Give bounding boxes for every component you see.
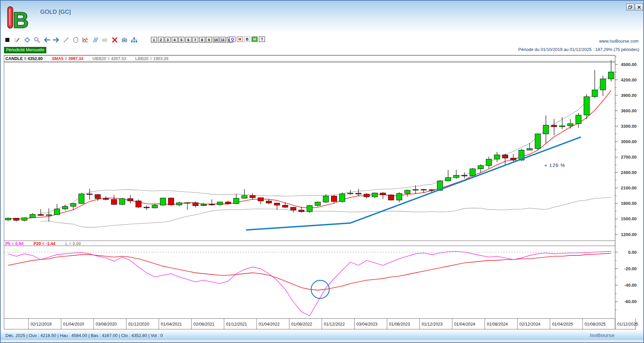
svg-text:-20.00: -20.00 (624, 266, 637, 271)
svg-text:01/12/2020: 01/12/2020 (128, 322, 149, 327)
svg-text:0.00: 0.00 (628, 250, 637, 255)
svg-text:3600.00: 3600.00 (621, 108, 637, 113)
svg-text:01/08/2022: 01/08/2022 (291, 322, 312, 327)
legend-candle-value: CANDLE = 4352.80 (5, 56, 43, 61)
ohlc-status-text: Déc. 2025 | Ouv : 4218.50 | Hau : 4584.0… (5, 333, 163, 338)
bottom-strip (1, 340, 643, 343)
legend-sma5-value: SMA5 = 3997.34 (52, 56, 84, 61)
legend-p20-value: P20 = -1.44 (34, 241, 55, 246)
svg-text:2700.00: 2700.00 (621, 155, 637, 160)
svg-text:02/08/2021: 02/08/2021 (194, 322, 215, 327)
legend-l-value: L = 0.00 (65, 241, 81, 246)
candles (5, 60, 614, 222)
svg-text:01/12/2023: 01/12/2023 (422, 322, 443, 327)
svg-text:01/04/2024: 01/04/2024 (454, 322, 475, 327)
svg-text:03/08/2020: 03/08/2020 (96, 322, 117, 327)
svg-text:2400.00: 2400.00 (621, 170, 637, 175)
svg-text:01/12/2021: 01/12/2021 (226, 322, 247, 327)
legend-p5-value: P5 = 0.94 (5, 241, 23, 246)
annotations: + 126 % (246, 137, 581, 230)
status-bar: Déc. 2025 | Ouv : 4218.50 | Hau : 4584.0… (1, 331, 643, 340)
svg-text:2100.00: 2100.00 (621, 185, 637, 190)
svg-text:3000.00: 3000.00 (621, 139, 637, 144)
svg-text:01/04/2021: 01/04/2021 (161, 322, 182, 327)
svg-text:1200.00: 1200.00 (621, 232, 637, 237)
svg-text:4500.00: 4500.00 (621, 62, 637, 67)
oscillator-legend: P5 = 0.94P20 = -1.44L = 0.00 (5, 241, 91, 246)
svg-text:4200.00: 4200.00 (621, 77, 637, 82)
p20-line (8, 253, 611, 290)
svg-text:01/12/2022: 01/12/2022 (324, 322, 345, 327)
legend-ubb20-value: UBB20 = 4307.53 (93, 56, 126, 61)
svg-text:-40.00: -40.00 (624, 283, 637, 288)
svg-text:01/08/2023: 01/08/2023 (389, 322, 410, 327)
svg-text:03/04/2023: 03/04/2023 (357, 322, 378, 327)
bollinger-bands (41, 73, 611, 228)
oscillator-panel (4, 251, 615, 316)
p5-line (8, 251, 611, 316)
svg-text:01/04/2020: 01/04/2020 (63, 322, 84, 327)
svg-text:1500.00: 1500.00 (621, 216, 637, 221)
price-legend: CANDLE = 4352.80SMA5 = 3997.34UBB20 = 43… (5, 56, 177, 61)
svg-text:01/04/2025: 01/04/2025 (552, 322, 573, 327)
svg-text:01/04/2022: 01/04/2022 (259, 322, 280, 327)
svg-text:01/12/2025: 01/12/2025 (617, 322, 638, 327)
svg-text:02/12/2019: 02/12/2019 (31, 322, 52, 327)
gain-annotation-label: + 126 % (544, 162, 565, 168)
svg-text:-60.00: -60.00 (624, 299, 637, 304)
svg-text:3300.00: 3300.00 (621, 124, 637, 129)
svg-text:02/12/2024: 02/12/2024 (519, 322, 540, 327)
trend-annotation-line (246, 137, 581, 230)
svg-text:01/08/2024: 01/08/2024 (487, 322, 508, 327)
svg-text:3900.00: 3900.00 (621, 93, 637, 98)
svg-text:1800.00: 1800.00 (621, 201, 637, 206)
chart-canvas[interactable]: + 126 %4500.004200.003900.003600.003300.… (1, 1, 644, 343)
axes: 4500.004200.003900.003600.003300.003000.… (4, 55, 638, 329)
svg-text:01/08/2025: 01/08/2025 (585, 322, 606, 327)
legend-lbb20-value: LBB20 = 1903.28 (135, 56, 168, 61)
brand-label: IsoBourse (590, 332, 614, 338)
app-window: B GOLD [GC] (0, 0, 644, 343)
